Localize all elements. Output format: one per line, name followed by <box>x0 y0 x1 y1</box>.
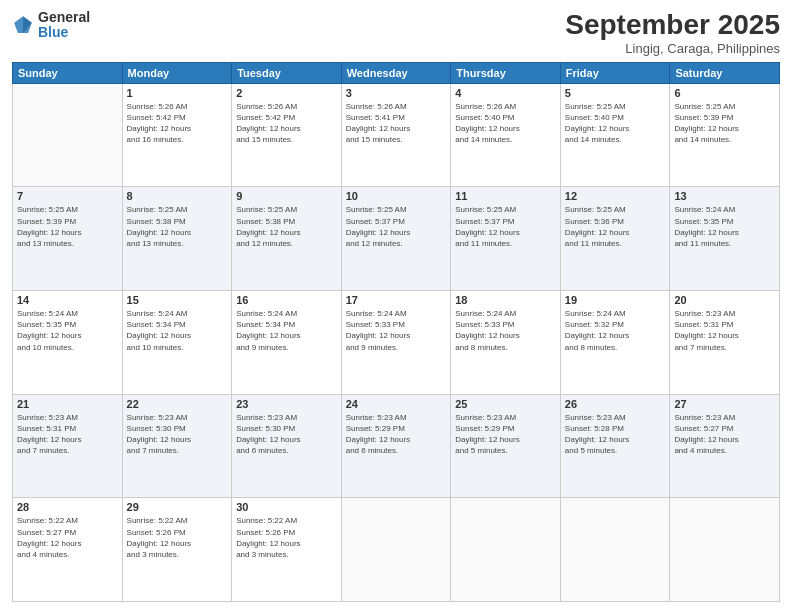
day-number: 17 <box>346 294 447 306</box>
day-number: 23 <box>236 398 337 410</box>
header-saturday: Saturday <box>670 62 780 83</box>
logo-icon <box>12 14 34 36</box>
calendar-title: September 2025 <box>565 10 780 41</box>
day-number: 15 <box>127 294 228 306</box>
day-number: 10 <box>346 190 447 202</box>
day-number: 18 <box>455 294 556 306</box>
calendar-table: Sunday Monday Tuesday Wednesday Thursday… <box>12 62 780 602</box>
day-info: Sunrise: 5:22 AM Sunset: 5:26 PM Dayligh… <box>127 515 228 560</box>
day-number: 24 <box>346 398 447 410</box>
table-cell: 3Sunrise: 5:26 AM Sunset: 5:41 PM Daylig… <box>341 83 451 187</box>
table-cell: 19Sunrise: 5:24 AM Sunset: 5:32 PM Dayli… <box>560 291 670 395</box>
table-cell: 29Sunrise: 5:22 AM Sunset: 5:26 PM Dayli… <box>122 498 232 602</box>
table-cell: 18Sunrise: 5:24 AM Sunset: 5:33 PM Dayli… <box>451 291 561 395</box>
table-cell: 26Sunrise: 5:23 AM Sunset: 5:28 PM Dayli… <box>560 394 670 498</box>
day-number: 27 <box>674 398 775 410</box>
day-number: 21 <box>17 398 118 410</box>
day-number: 11 <box>455 190 556 202</box>
day-info: Sunrise: 5:23 AM Sunset: 5:31 PM Dayligh… <box>674 308 775 353</box>
day-number: 13 <box>674 190 775 202</box>
logo-blue-text: Blue <box>38 25 90 40</box>
header-right: September 2025 Lingig, Caraga, Philippin… <box>565 10 780 56</box>
day-number: 26 <box>565 398 666 410</box>
day-info: Sunrise: 5:24 AM Sunset: 5:33 PM Dayligh… <box>346 308 447 353</box>
day-info: Sunrise: 5:26 AM Sunset: 5:42 PM Dayligh… <box>236 101 337 146</box>
table-cell <box>341 498 451 602</box>
header-thursday: Thursday <box>451 62 561 83</box>
day-number: 7 <box>17 190 118 202</box>
day-number: 25 <box>455 398 556 410</box>
logo: General Blue <box>12 10 90 41</box>
table-cell: 16Sunrise: 5:24 AM Sunset: 5:34 PM Dayli… <box>232 291 342 395</box>
table-cell: 15Sunrise: 5:24 AM Sunset: 5:34 PM Dayli… <box>122 291 232 395</box>
day-number: 29 <box>127 501 228 513</box>
logo-general-text: General <box>38 10 90 25</box>
table-cell: 20Sunrise: 5:23 AM Sunset: 5:31 PM Dayli… <box>670 291 780 395</box>
day-info: Sunrise: 5:25 AM Sunset: 5:39 PM Dayligh… <box>674 101 775 146</box>
day-info: Sunrise: 5:24 AM Sunset: 5:34 PM Dayligh… <box>127 308 228 353</box>
page: General Blue September 2025 Lingig, Cara… <box>0 0 792 612</box>
header-sunday: Sunday <box>13 62 123 83</box>
day-info: Sunrise: 5:24 AM Sunset: 5:32 PM Dayligh… <box>565 308 666 353</box>
table-cell <box>670 498 780 602</box>
day-number: 12 <box>565 190 666 202</box>
day-number: 14 <box>17 294 118 306</box>
table-cell: 23Sunrise: 5:23 AM Sunset: 5:30 PM Dayli… <box>232 394 342 498</box>
header-friday: Friday <box>560 62 670 83</box>
day-number: 3 <box>346 87 447 99</box>
table-cell: 28Sunrise: 5:22 AM Sunset: 5:27 PM Dayli… <box>13 498 123 602</box>
day-number: 2 <box>236 87 337 99</box>
day-info: Sunrise: 5:23 AM Sunset: 5:27 PM Dayligh… <box>674 412 775 457</box>
day-info: Sunrise: 5:24 AM Sunset: 5:35 PM Dayligh… <box>17 308 118 353</box>
table-cell: 1Sunrise: 5:26 AM Sunset: 5:42 PM Daylig… <box>122 83 232 187</box>
day-number: 28 <box>17 501 118 513</box>
day-info: Sunrise: 5:23 AM Sunset: 5:29 PM Dayligh… <box>455 412 556 457</box>
table-cell <box>451 498 561 602</box>
day-info: Sunrise: 5:26 AM Sunset: 5:40 PM Dayligh… <box>455 101 556 146</box>
day-info: Sunrise: 5:26 AM Sunset: 5:41 PM Dayligh… <box>346 101 447 146</box>
day-number: 16 <box>236 294 337 306</box>
day-info: Sunrise: 5:23 AM Sunset: 5:30 PM Dayligh… <box>236 412 337 457</box>
day-info: Sunrise: 5:23 AM Sunset: 5:31 PM Dayligh… <box>17 412 118 457</box>
table-cell: 27Sunrise: 5:23 AM Sunset: 5:27 PM Dayli… <box>670 394 780 498</box>
day-number: 5 <box>565 87 666 99</box>
table-cell: 12Sunrise: 5:25 AM Sunset: 5:36 PM Dayli… <box>560 187 670 291</box>
day-info: Sunrise: 5:25 AM Sunset: 5:36 PM Dayligh… <box>565 204 666 249</box>
table-cell: 13Sunrise: 5:24 AM Sunset: 5:35 PM Dayli… <box>670 187 780 291</box>
week-row-3: 14Sunrise: 5:24 AM Sunset: 5:35 PM Dayli… <box>13 291 780 395</box>
day-number: 8 <box>127 190 228 202</box>
table-cell: 30Sunrise: 5:22 AM Sunset: 5:26 PM Dayli… <box>232 498 342 602</box>
day-info: Sunrise: 5:23 AM Sunset: 5:28 PM Dayligh… <box>565 412 666 457</box>
day-info: Sunrise: 5:24 AM Sunset: 5:35 PM Dayligh… <box>674 204 775 249</box>
day-number: 9 <box>236 190 337 202</box>
day-number: 4 <box>455 87 556 99</box>
week-row-2: 7Sunrise: 5:25 AM Sunset: 5:39 PM Daylig… <box>13 187 780 291</box>
header-monday: Monday <box>122 62 232 83</box>
table-cell: 8Sunrise: 5:25 AM Sunset: 5:38 PM Daylig… <box>122 187 232 291</box>
header-wednesday: Wednesday <box>341 62 451 83</box>
week-row-4: 21Sunrise: 5:23 AM Sunset: 5:31 PM Dayli… <box>13 394 780 498</box>
day-info: Sunrise: 5:24 AM Sunset: 5:33 PM Dayligh… <box>455 308 556 353</box>
week-row-5: 28Sunrise: 5:22 AM Sunset: 5:27 PM Dayli… <box>13 498 780 602</box>
day-number: 20 <box>674 294 775 306</box>
day-info: Sunrise: 5:23 AM Sunset: 5:30 PM Dayligh… <box>127 412 228 457</box>
day-number: 30 <box>236 501 337 513</box>
day-number: 1 <box>127 87 228 99</box>
table-cell <box>560 498 670 602</box>
table-cell: 14Sunrise: 5:24 AM Sunset: 5:35 PM Dayli… <box>13 291 123 395</box>
day-number: 22 <box>127 398 228 410</box>
day-info: Sunrise: 5:24 AM Sunset: 5:34 PM Dayligh… <box>236 308 337 353</box>
day-info: Sunrise: 5:25 AM Sunset: 5:38 PM Dayligh… <box>236 204 337 249</box>
logo-text: General Blue <box>38 10 90 41</box>
day-info: Sunrise: 5:22 AM Sunset: 5:26 PM Dayligh… <box>236 515 337 560</box>
table-cell: 4Sunrise: 5:26 AM Sunset: 5:40 PM Daylig… <box>451 83 561 187</box>
table-cell: 10Sunrise: 5:25 AM Sunset: 5:37 PM Dayli… <box>341 187 451 291</box>
day-info: Sunrise: 5:23 AM Sunset: 5:29 PM Dayligh… <box>346 412 447 457</box>
calendar-subtitle: Lingig, Caraga, Philippines <box>565 41 780 56</box>
table-cell: 22Sunrise: 5:23 AM Sunset: 5:30 PM Dayli… <box>122 394 232 498</box>
table-cell: 25Sunrise: 5:23 AM Sunset: 5:29 PM Dayli… <box>451 394 561 498</box>
table-cell: 21Sunrise: 5:23 AM Sunset: 5:31 PM Dayli… <box>13 394 123 498</box>
day-number: 19 <box>565 294 666 306</box>
table-cell: 7Sunrise: 5:25 AM Sunset: 5:39 PM Daylig… <box>13 187 123 291</box>
day-info: Sunrise: 5:22 AM Sunset: 5:27 PM Dayligh… <box>17 515 118 560</box>
